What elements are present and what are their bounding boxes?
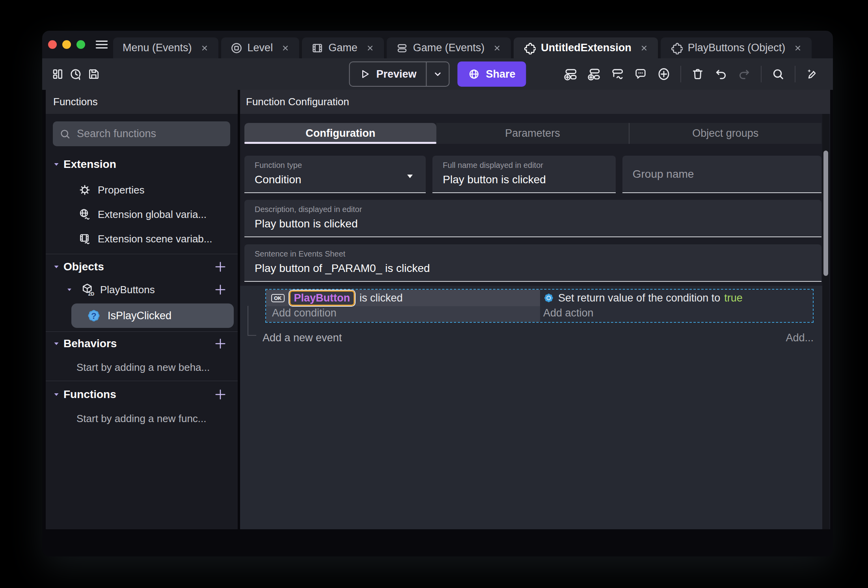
tab-level[interactable]: Level: [221, 37, 300, 58]
functions-empty-hint: Start by adding a new func...: [46, 408, 238, 430]
events-sheet: OK PlayButton is clicked Add condition S…: [240, 286, 822, 529]
sidebar-item-properties[interactable]: Properties: [46, 178, 238, 202]
search-placeholder: Search functions: [77, 128, 156, 140]
main-panel-title: Function Configuration: [240, 90, 830, 114]
preview-button[interactable]: Preview: [349, 61, 449, 87]
group-name-input[interactable]: Group name: [622, 156, 821, 193]
close-tab-icon[interactable]: [366, 44, 374, 52]
magic-edit-icon[interactable]: [803, 65, 821, 83]
add-subevent-icon[interactable]: [585, 65, 603, 83]
save-icon[interactable]: [85, 65, 103, 83]
add-object-button[interactable]: [213, 260, 227, 274]
sidebar-section-behaviors[interactable]: Behaviors: [46, 333, 238, 354]
sidebar-item-playbuttons[interactable]: 2D PlayButtons: [46, 278, 238, 301]
chevron-down-icon[interactable]: [51, 391, 62, 398]
close-tab-icon[interactable]: [793, 44, 802, 52]
section-label: Behaviors: [63, 337, 117, 350]
close-tab-icon[interactable]: [200, 44, 209, 52]
tab-game[interactable]: Game: [302, 37, 384, 58]
tab-parameters[interactable]: Parameters: [436, 123, 628, 144]
functions-sidebar: Functions Search functions Extension Pro…: [46, 90, 238, 529]
function-type-select[interactable]: Function type Condition: [244, 156, 426, 193]
add-more-button[interactable]: Add...: [786, 332, 814, 344]
trash-icon[interactable]: [689, 65, 707, 83]
tab-strip: Menu (Events) Level Game Game (Events) U: [113, 37, 812, 58]
item-label: PlayButtons: [100, 284, 155, 296]
puzzle-icon: [523, 42, 536, 54]
sidebar-item-extension-scene-variables[interactable]: Extension scene variab...: [46, 227, 238, 251]
tab-configuration[interactable]: Configuration: [244, 123, 436, 144]
maximize-window-button[interactable]: [76, 40, 85, 49]
search-functions-input[interactable]: Search functions: [53, 121, 230, 146]
field-value: Condition: [255, 173, 415, 186]
project-manager-icon[interactable]: [48, 65, 67, 83]
section-label: Extension: [63, 158, 116, 171]
item-label: IsPlayClicked: [108, 310, 171, 322]
scrollbar-track[interactable]: [822, 114, 829, 529]
sidebar-item-isplayclicked[interactable]: ? IsPlayClicked: [71, 303, 234, 328]
scrollbar-thumb[interactable]: [823, 151, 828, 276]
cube-2d-icon: 2D: [80, 283, 95, 297]
tab-menu-events[interactable]: Menu (Events): [113, 37, 218, 58]
sidebar-item-extension-global-variables[interactable]: Extension global varia...: [46, 202, 238, 227]
puzzle-icon: [670, 42, 683, 54]
tab-label: Game (Events): [413, 42, 485, 54]
ok-button-icon: OK: [271, 294, 285, 302]
event-rows-icon: [396, 42, 408, 54]
field-label: Function type: [255, 161, 415, 170]
condition-object-pill[interactable]: PlayButton: [289, 290, 355, 306]
share-button[interactable]: Share: [458, 61, 526, 87]
add-condition-button[interactable]: Add condition: [266, 306, 540, 320]
tab-playbuttons-object[interactable]: PlayButtons (Object): [661, 37, 812, 58]
field-value: Play button is clicked: [255, 218, 811, 230]
tab-label: PlayButtons (Object): [688, 42, 786, 54]
sidebar-section-extension[interactable]: Extension: [46, 153, 238, 175]
undo-icon[interactable]: [712, 65, 730, 83]
history-icon[interactable]: [67, 65, 85, 83]
close-tab-icon[interactable]: [493, 44, 501, 52]
add-comment-icon[interactable]: [631, 65, 650, 83]
close-tab-icon[interactable]: [281, 44, 290, 52]
condition-row[interactable]: OK PlayButton is clicked: [266, 290, 540, 306]
tab-game-events[interactable]: Game (Events): [387, 37, 511, 58]
close-window-button[interactable]: [48, 40, 57, 49]
search-icon[interactable]: [769, 65, 787, 83]
add-event-icon[interactable]: [562, 65, 580, 83]
section-label: Functions: [63, 388, 116, 401]
minimize-window-button[interactable]: [62, 40, 71, 49]
item-label: Extension scene variab...: [98, 233, 212, 245]
sidebar-section-functions[interactable]: Functions: [46, 384, 238, 405]
add-action-button[interactable]: Add action: [540, 306, 813, 320]
add-free-function-button[interactable]: [213, 387, 227, 402]
chevron-down-icon[interactable]: [51, 340, 62, 348]
tab-bar: Menu (Events) Level Game Game (Events) U: [42, 31, 833, 58]
chevron-down-icon[interactable]: [64, 286, 75, 293]
add-condition-icon[interactable]: [608, 65, 626, 83]
tab-untitled-extension[interactable]: UntitledExtension: [514, 37, 658, 58]
condition-text: is clicked: [359, 292, 403, 304]
add-circle-icon[interactable]: [655, 65, 673, 83]
add-function-to-object-button[interactable]: [213, 283, 227, 297]
chevron-down-icon[interactable]: [51, 263, 62, 271]
chevron-down-icon[interactable]: [51, 160, 62, 168]
action-row[interactable]: Set return value of the condition to tru…: [540, 290, 813, 306]
sidebar-section-objects[interactable]: Objects: [46, 256, 238, 278]
description-input[interactable]: Description, displayed in editor Play bu…: [244, 200, 821, 237]
app-window: Menu (Events) Level Game Game (Events) U: [42, 31, 833, 556]
close-tab-icon[interactable]: [640, 44, 648, 52]
event-row[interactable]: OK PlayButton is clicked Add condition S…: [265, 289, 814, 323]
tab-object-groups[interactable]: Object groups: [629, 123, 821, 144]
field-placeholder: Group name: [633, 168, 694, 180]
redo-icon[interactable]: [735, 65, 753, 83]
menu-icon[interactable]: [95, 39, 108, 50]
behaviors-empty-hint: Start by adding a new beha...: [46, 356, 238, 378]
add-behavior-button[interactable]: [213, 337, 227, 351]
tab-label: Menu (Events): [123, 42, 192, 54]
sidebar-title: Functions: [46, 90, 238, 114]
preview-dropdown-button[interactable]: [427, 69, 449, 79]
add-new-event-button[interactable]: Add a new event: [263, 332, 342, 344]
full-name-input[interactable]: Full name displayed in editor Play butto…: [432, 156, 615, 193]
level-icon: [231, 42, 242, 54]
sentence-input[interactable]: Sentence in Events Sheet Play button of …: [244, 244, 821, 282]
function-configuration-panel: Function Configuration Configuration Par…: [240, 90, 830, 529]
